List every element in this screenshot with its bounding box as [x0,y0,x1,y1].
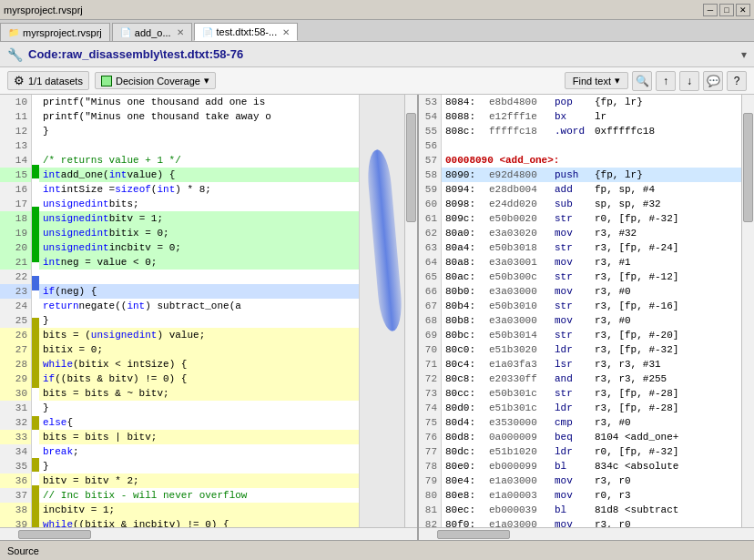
gutter-cell [32,514,39,527]
breadcrumb-icon: 🔧 [7,47,23,62]
code-line: unsigned int bits; [39,197,359,211]
asm-line-number: 76 [419,430,441,444]
tab-test-close[interactable]: ✕ [282,27,290,37]
maximize-button[interactable]: □ [719,4,734,16]
tab-test-icon: 📄 [202,27,213,37]
right-scrollbar-h[interactable] [419,527,754,540]
left-scrollbar-v[interactable] [404,95,417,527]
comment-button[interactable]: 💬 [703,71,723,91]
asm-line-number: 69 [419,328,441,342]
close-button[interactable]: ✕ [736,4,750,16]
asm-line: 80b0:e3a03000movr3, #0 [442,284,741,299]
tab-test[interactable]: 📄 test.dtxt:58-... ✕ [194,23,299,41]
asm-area: 5354555657585960616263646566676869707172… [419,95,754,527]
datasets-icon: ⚙ [14,74,25,87]
asm-line: 80b8:e3a03000movr3, #0 [442,313,741,328]
gutter-cell [32,332,39,346]
search-button[interactable]: 🔍 [632,71,652,91]
coverage-label: Decision Coverage [116,76,200,87]
line-number: 16 [0,182,31,197]
tab-project-icon: 📁 [8,27,19,37]
left-scrollbar-h-thumb[interactable] [18,530,91,539]
asm-line: 80c4:e1a03fa3lsrr3, r3, #31 [442,357,741,372]
code-line: bits = (unsigned int) value; [39,328,359,342]
breadcrumb-bar: 🔧 Code:raw_disassembly\test.dtxt:58-76 ▾ [0,42,754,67]
line-numbers: 1011121314151617181920212223242526272829… [0,95,32,527]
title-bar-text: myrsproject.rvsprj [4,5,703,15]
asm-line-number: 70 [419,342,441,357]
code-line: printf("Minus one thousand add one is [39,95,359,109]
asm-line-number: 77 [419,444,441,459]
asm-line-number: 62 [419,226,441,240]
line-number: 28 [0,357,31,372]
code-line: printf("Minus one thousand take away o [39,109,359,124]
coverage-gutter [32,95,39,527]
line-number: 38 [0,503,31,517]
asm-line: 80ec:eb000039bl81d8 <subtract [442,503,741,517]
navigate-down-button[interactable]: ↓ [679,71,699,91]
code-line: /* returns value + 1 */ [39,153,359,168]
help-button[interactable]: ? [727,71,747,91]
asm-line: 80cc:e50b301cstrr3, [fp, #-28] [442,386,741,401]
minimap-content [360,95,404,527]
right-scrollbar-v[interactable] [741,95,754,527]
asm-line: 8090:e92d4800push{fp, lr} [442,168,741,182]
line-number: 35 [0,459,31,473]
asm-line-number: 81 [419,503,441,517]
find-text-button[interactable]: Find text ▾ [565,72,628,89]
asm-line: 80a4:e50b3018strr3, [fp, #-24] [442,240,741,255]
asm-line-number: 61 [419,211,441,226]
asm-line-number: 64 [419,255,441,270]
asm-line-number: 74 [419,401,441,415]
line-number: 39 [0,517,31,527]
tab-project-label: myrsproject.rvsprj [23,27,102,38]
line-number: 18 [0,211,31,226]
code-line: return negate((int) subtract_one(a [39,299,359,313]
asm-line-number: 71 [419,357,441,372]
toolbar: ⚙ 1/1 datasets Decision Coverage ▾ Find … [0,67,754,95]
asm-content[interactable]: 8084:e8bd4800pop{fp, lr}8088:e12fff1ebxl… [442,95,741,527]
breadcrumb-expand-icon[interactable]: ▾ [741,48,747,61]
breadcrumb-text: Code:raw_disassembly\test.dtxt:58-76 [28,47,736,61]
gutter-cell [32,374,39,388]
minimap [359,95,404,527]
code-content[interactable]: printf("Minus one thousand add one is pr… [39,95,359,527]
code-line: } [39,401,359,415]
navigate-up-button[interactable]: ↑ [656,71,676,91]
asm-line: 80dc:e51b1020ldrr0, [fp, #-32] [442,444,741,459]
tab-test-label: test.dtxt:58-... [217,26,278,37]
line-number: 19 [0,226,31,240]
minimize-button[interactable]: ─ [703,4,718,16]
asm-line-number: 60 [419,197,441,211]
asm-line: 80d4:e3530000cmpr3, #0 [442,415,741,430]
line-number: 15 [0,168,31,182]
gutter-cell [32,150,39,164]
gutter-cell [32,458,39,472]
code-line: // Inc bitix - will never overflow [39,488,359,503]
left-scrollbar-thumb[interactable] [406,113,416,222]
tab-project[interactable]: 📁 myrsproject.rvsprj [0,23,110,41]
asm-line: 80a8:e3a03001movr3, #1 [442,255,741,270]
toolbar-left: ⚙ 1/1 datasets Decision Coverage ▾ [7,71,557,90]
code-line: break; [39,444,359,459]
left-scrollbar-h[interactable] [0,527,417,540]
tab-add-o-close[interactable]: ✕ [177,27,184,37]
asm-line-number: 63 [419,240,441,255]
asm-line-number: 67 [419,299,441,313]
line-number: 22 [0,270,31,284]
asm-line-number: 54 [419,109,441,124]
main-content: 1011121314151617181920212223242526272829… [0,95,754,540]
asm-line-number: 56 [419,138,441,153]
right-scrollbar-thumb[interactable] [743,113,753,222]
line-number: 27 [0,342,31,357]
tab-add-o[interactable]: 📄 add_o... ✕ [112,23,192,41]
asm-line-numbers: 5354555657585960616263646566676869707172… [419,95,442,527]
asm-line-number: 65 [419,270,441,284]
code-line: unsigned int bitv = 1; [39,211,359,226]
asm-line: 80ac:e50b300cstrr3, [fp, #-12] [442,270,741,284]
right-scrollbar-h-thumb[interactable] [437,530,510,539]
asm-line-number: 78 [419,459,441,473]
asm-line: 808c:fffffc18.word0xfffffc18 [442,124,741,138]
gutter-cell [32,318,39,331]
coverage-badge[interactable]: Decision Coverage ▾ [95,72,216,89]
